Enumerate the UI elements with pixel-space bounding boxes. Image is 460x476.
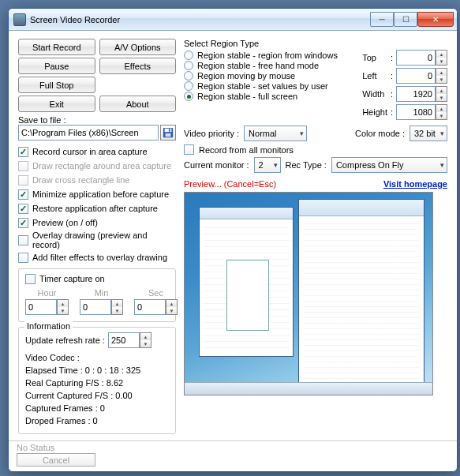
draw-rect-checkbox (18, 161, 28, 171)
svg-rect-2 (166, 133, 171, 137)
restore-app-checkbox[interactable] (18, 204, 28, 214)
av-options-button[interactable]: A/V Options (99, 39, 177, 55)
record-all-monitors-checkbox[interactable] (184, 144, 194, 155)
homepage-link[interactable]: Visit homepage (383, 179, 447, 189)
exit-button[interactable]: Exit (18, 96, 95, 112)
timer-sec-input[interactable]: 0 (134, 299, 166, 315)
cancel-button[interactable]: Cancel (17, 453, 95, 467)
full-stop-button[interactable]: Full Stop (18, 77, 95, 93)
dropped-frames: Droped Frames : 0 (25, 414, 169, 427)
timer-checkbox[interactable] (25, 274, 36, 284)
preview-label: Preview... (Cancel=Esc) (184, 179, 276, 189)
about-button[interactable]: About (99, 96, 177, 112)
titlebar[interactable]: Screen Video Recorder ─ ☐ ✕ (9, 9, 457, 31)
top-input[interactable]: 0 (396, 50, 436, 66)
current-fps: Current Captured F/S : 0.00 (25, 389, 169, 402)
height-input[interactable]: 1080 (396, 104, 436, 120)
overlay-checkbox[interactable] (18, 235, 28, 245)
timer-hour-input[interactable]: 0 (25, 299, 57, 315)
region-user-radio[interactable] (184, 81, 193, 91)
filter-checkbox[interactable] (18, 253, 28, 263)
region-mouse-radio[interactable] (184, 71, 193, 81)
min-app-checkbox[interactable] (18, 189, 28, 200)
save-label: Save to file : (18, 115, 176, 125)
app-icon (13, 13, 26, 26)
floppy-icon (163, 127, 174, 138)
cursor-checkbox[interactable] (18, 147, 28, 157)
priority-select[interactable]: Normal (244, 126, 307, 141)
timer-min-input[interactable]: 0 (80, 299, 111, 315)
region-windows-radio[interactable] (184, 51, 193, 60)
min-spinner[interactable]: ▲▼ (111, 299, 123, 315)
rectype-select[interactable]: Compress On Fly (331, 157, 447, 173)
browse-save-button[interactable] (160, 125, 176, 141)
minimize-button[interactable]: ─ (370, 12, 394, 27)
timer-group: Timer capture on Hour0▲▼ Min0▲▼ Sec0▲▼ (18, 268, 176, 322)
colormode-select[interactable]: 32 bit (410, 126, 447, 141)
svg-rect-1 (165, 129, 172, 132)
codec-label: Video Codec : (25, 351, 169, 364)
window-title: Screen Video Recorder (30, 15, 370, 24)
preview-checkbox[interactable] (18, 218, 28, 228)
sec-spinner[interactable]: ▲▼ (166, 299, 178, 315)
draw-cross-checkbox (18, 175, 28, 186)
elapsed-time: Elapsed Time : 0 : 0 : 18 : 325 (25, 364, 169, 377)
svg-rect-3 (169, 129, 170, 132)
save-path-input[interactable]: C:\Program Files (x86)\Screen (18, 125, 159, 141)
monitor-select[interactable]: 2 (254, 157, 281, 173)
width-input[interactable]: 1920 (396, 86, 436, 102)
real-fps: Real Capturing F/S : 8.62 (25, 377, 169, 389)
status-text: No Status (17, 443, 449, 452)
status-bar: No Status Cancel (9, 440, 457, 471)
region-type-label: Select Region Type (184, 39, 356, 48)
start-record-button[interactable]: Start Record (18, 39, 95, 55)
info-group: Information Update refresh rate : 250▲▼ … (18, 327, 176, 434)
region-fullscreen-radio[interactable] (184, 92, 193, 101)
region-freehand-radio[interactable] (184, 61, 193, 70)
close-button[interactable]: ✕ (417, 12, 454, 27)
maximize-button[interactable]: ☐ (394, 12, 417, 27)
preview-area (184, 192, 433, 395)
effects-button[interactable]: Effects (99, 58, 177, 74)
captured-frames: Captured Frames : 0 (25, 402, 169, 414)
refresh-rate-input[interactable]: 250 (108, 332, 140, 348)
left-input[interactable]: 0 (396, 68, 436, 84)
hour-spinner[interactable]: ▲▼ (57, 299, 69, 315)
app-window: Screen Video Recorder ─ ☐ ✕ Start Record… (8, 8, 458, 472)
pause-button[interactable]: Pause (18, 58, 95, 74)
refresh-spinner[interactable]: ▲▼ (140, 332, 151, 348)
